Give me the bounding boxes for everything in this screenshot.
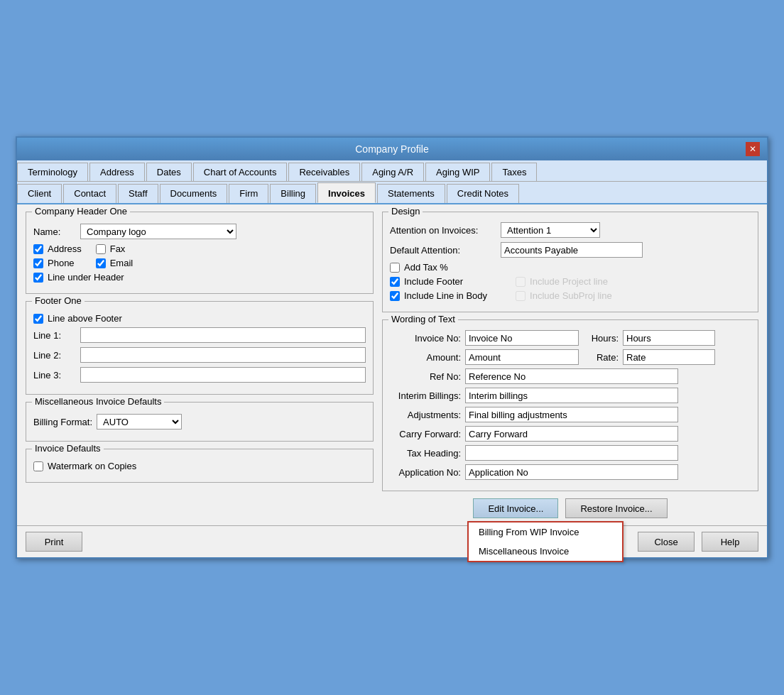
tab-taxes[interactable]: Taxes	[491, 163, 537, 181]
adjustments-label: Adjustments:	[390, 410, 461, 420]
tab-dates[interactable]: Dates	[146, 163, 192, 181]
watermark-row: Watermark on Copies	[33, 461, 366, 471]
application-no-input[interactable]	[465, 464, 678, 480]
tab-statements[interactable]: Statements	[377, 184, 445, 203]
content-area: Company Header One Name: Company logo Co…	[17, 204, 767, 525]
right-panel: Design Attention on Invoices: Attention …	[382, 212, 758, 518]
wording-of-text-label: Wording of Text	[388, 314, 458, 324]
adjustments-input[interactable]	[465, 407, 678, 422]
email-label: Email	[110, 258, 134, 268]
interim-billings-label: Interim Billings:	[390, 390, 461, 401]
hours-input[interactable]	[623, 330, 715, 346]
edit-invoice-button[interactable]: Edit Invoice...	[473, 498, 558, 518]
address-label: Address	[48, 243, 82, 254]
tab-documents[interactable]: Documents	[160, 184, 228, 203]
default-attention-input[interactable]	[501, 242, 643, 258]
wording-group: Wording of Text Invoice No: Hours:	[382, 319, 758, 491]
add-tax-label: Add Tax %	[404, 262, 448, 273]
footer-one-group: Footer One Line above Footer Line 1: Lin…	[26, 301, 374, 395]
address-checkbox[interactable]	[33, 244, 43, 254]
tab-firm[interactable]: Firm	[229, 184, 268, 203]
invoice-defaults-group: Invoice Defaults Watermark on Copies	[26, 449, 374, 483]
phone-checkbox[interactable]	[33, 258, 43, 268]
miscellaneous-invoice-item[interactable]: Miscellaneous Invoice	[469, 542, 622, 561]
default-attention-row: Default Attention:	[390, 242, 751, 258]
tab-receivables[interactable]: Receivables	[288, 163, 360, 181]
left-panel: Company Header One Name: Company logo Co…	[26, 212, 374, 518]
watermark-checkbox[interactable]	[33, 461, 43, 471]
invoice-no-label: Invoice No:	[390, 333, 461, 344]
amount-rate-row: Amount: Rate:	[390, 349, 751, 365]
invoice-no-pair: Invoice No:	[390, 330, 579, 346]
tax-heading-row: Tax Heading:	[390, 445, 751, 461]
invoice-no-input[interactable]	[465, 330, 579, 346]
fax-row: Fax	[96, 243, 134, 254]
ref-no-row: Ref No:	[390, 368, 751, 384]
line-above-footer-row: Line above Footer	[33, 313, 366, 324]
attention-invoices-label: Attention on Invoices:	[390, 225, 496, 236]
line2-input[interactable]	[80, 347, 366, 363]
tab-invoices[interactable]: Invoices	[317, 182, 376, 203]
ref-no-label: Ref No:	[390, 371, 461, 382]
tab-aging-wip[interactable]: Aging WIP	[425, 163, 490, 181]
name-select[interactable]: Company logo Company name None	[80, 224, 236, 239]
tab-address[interactable]: Address	[89, 163, 145, 181]
carry-forward-row: Carry Forward:	[390, 426, 751, 442]
tab-chart-of-accounts[interactable]: Chart of Accounts	[193, 163, 288, 181]
include-footer-row: Include Footer	[390, 276, 487, 287]
tab-contact[interactable]: Contact	[63, 184, 116, 203]
adjustments-row: Adjustments:	[390, 407, 751, 422]
line-above-footer-checkbox[interactable]	[33, 314, 43, 324]
line-under-header-label: Line under Header	[48, 272, 124, 283]
name-row: Name: Company logo Company name None	[33, 224, 366, 239]
tax-heading-input[interactable]	[465, 445, 678, 461]
tab-aging-ar[interactable]: Aging A/R	[361, 163, 424, 181]
print-button[interactable]: Print	[26, 532, 82, 552]
include-subproj-line-checkbox	[516, 291, 526, 301]
line-above-footer-label: Line above Footer	[48, 313, 122, 324]
amount-input[interactable]	[465, 349, 579, 365]
fax-checkbox[interactable]	[96, 244, 106, 254]
default-attention-label: Default Attention:	[390, 245, 496, 256]
close-window-button[interactable]: ✕	[746, 142, 760, 156]
amount-pair: Amount:	[390, 349, 579, 365]
right-checkboxes: Include Project line Include SubProj lin…	[516, 276, 612, 305]
add-tax-checkbox[interactable]	[390, 263, 400, 273]
hours-label: Hours:	[583, 333, 619, 344]
tab-client[interactable]: Client	[17, 184, 62, 203]
line-under-header-checkbox[interactable]	[33, 273, 43, 283]
include-subproj-line-row: Include SubProj line	[516, 290, 612, 301]
tab-billing[interactable]: Billing	[270, 184, 316, 203]
include-footer-checkbox[interactable]	[390, 277, 400, 287]
window-title: Company Profile	[38, 143, 746, 155]
close-button[interactable]: Close	[638, 532, 695, 552]
tab-credit-notes[interactable]: Credit Notes	[447, 184, 519, 203]
billing-format-select[interactable]: AUTO Manual	[97, 414, 182, 429]
ref-no-input[interactable]	[465, 368, 678, 384]
carry-forward-input[interactable]	[465, 426, 678, 442]
attention-invoices-select[interactable]: Attention 1 Attention 2	[501, 222, 600, 238]
amount-label: Amount:	[390, 352, 461, 363]
line1-input[interactable]	[80, 327, 366, 343]
help-button[interactable]: Help	[702, 532, 758, 552]
billing-from-wip-item[interactable]: Billing From WIP Invoice	[469, 522, 622, 542]
interim-billings-input[interactable]	[465, 388, 678, 403]
misc-invoice-defaults-label: Miscellaneous Invoice Defaults	[32, 396, 164, 407]
fax-col: Fax Email	[96, 243, 134, 272]
include-line-in-body-checkbox[interactable]	[390, 291, 400, 301]
tab-terminology[interactable]: Terminology	[17, 163, 88, 181]
invoice-no-hours-row: Invoice No: Hours:	[390, 330, 751, 346]
rate-input[interactable]	[623, 349, 715, 365]
phone-row: Phone	[33, 258, 82, 268]
restore-invoice-button[interactable]: Restore Invoice...	[565, 498, 667, 518]
email-checkbox[interactable]	[96, 258, 106, 268]
line1-row: Line 1:	[33, 327, 366, 343]
checkbox-col-1: Address Phone Fax	[33, 243, 366, 272]
tab-staff[interactable]: Staff	[118, 184, 158, 203]
address-row: Address	[33, 243, 82, 254]
line-under-header-row: Line under Header	[33, 272, 366, 283]
include-line-body-row: Include Line in Body	[390, 290, 487, 301]
edit-invoice-dropdown: Billing From WIP Invoice Miscellaneous I…	[467, 521, 624, 562]
line3-label: Line 3:	[33, 370, 76, 381]
line3-input[interactable]	[80, 367, 366, 383]
